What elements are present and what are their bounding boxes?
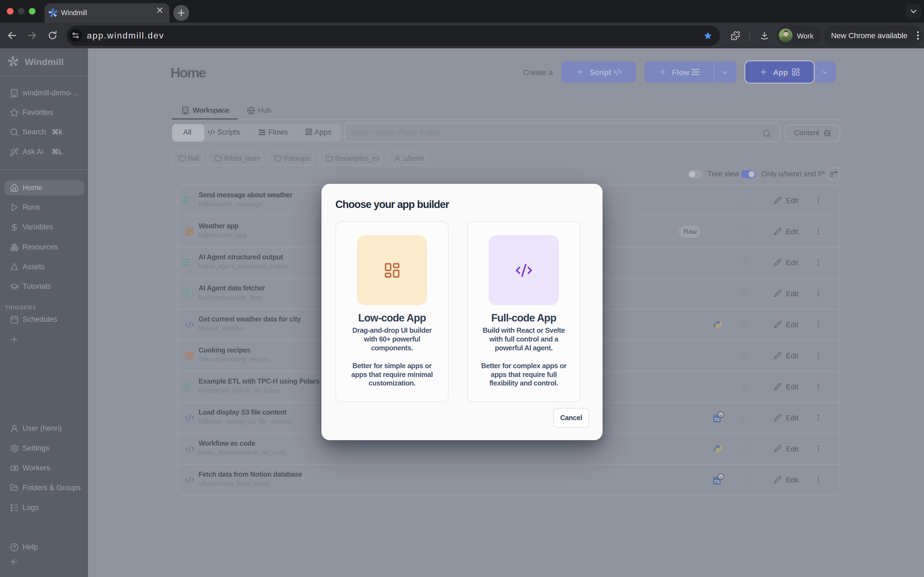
svg-text:TS: TS: [714, 479, 719, 484]
svg-text:TS: TS: [714, 417, 719, 421]
